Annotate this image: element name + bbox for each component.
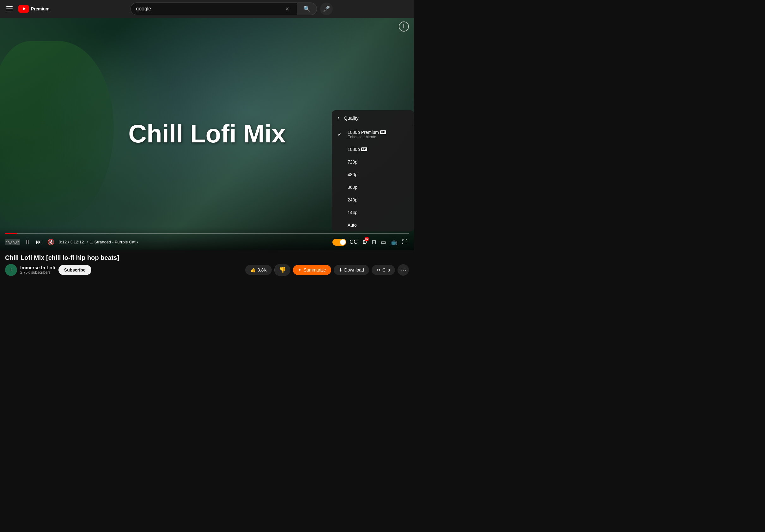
pause-button[interactable]: ⏸: [23, 237, 32, 247]
skip-button[interactable]: ⏭: [35, 237, 43, 247]
quality-label: 1080p Premium HD Enhanced bitrate: [348, 130, 386, 139]
summarize-button[interactable]: ✦ Summarize: [293, 265, 331, 275]
subscriber-count: 2.75K subscribers: [20, 270, 55, 275]
current-time: 0:12: [59, 240, 67, 244]
controls-left: ⏸ ⏭ 🔇 0:12 / 3:12:12 • 1. Stranded - Pur…: [5, 236, 329, 248]
svg-rect-2: [16, 240, 20, 245]
info-button[interactable]: i: [399, 21, 409, 32]
action-buttons: 👍 3.8K 👎 ✦ Summarize ⬇ Download ✂ Clip ⋯: [245, 264, 409, 276]
dislike-button[interactable]: 👎: [274, 264, 291, 276]
header: Premium × 🔍 🎤: [0, 0, 414, 18]
search-bar: × 🔍 🎤: [131, 3, 333, 15]
quality-label-240p: 240p: [348, 197, 358, 202]
cast-icon: 📺: [390, 239, 397, 246]
like-count: 3.8K: [258, 267, 267, 272]
quality-label-144p: 144p: [348, 210, 358, 215]
quality-option-360p[interactable]: 360p: [332, 181, 414, 193]
quality-option-240p[interactable]: 240p: [332, 193, 414, 206]
chapter-label[interactable]: • 1. Stranded - Purrple Cat ›: [87, 240, 138, 244]
clip-label: Clip: [382, 267, 390, 272]
controls-right: CC ⚙ HD ⊡ ▭ 📺 ⛶: [333, 237, 409, 247]
album-art-icon: [5, 236, 20, 248]
hd-badge: HD: [365, 237, 369, 241]
quality-menu: ‹ Quality ✓ 1080p Premium HD Enhanced bi…: [332, 110, 414, 231]
quality-label-720p: 720p: [348, 159, 358, 164]
youtube-icon: [18, 5, 29, 13]
quality-check-icon: ✓: [338, 132, 344, 137]
channel-name[interactable]: Immerse In Lofi: [20, 265, 55, 270]
video-main-title: Chill Lofi Mix [chill lo-fi hip hop beat…: [5, 254, 409, 261]
sparkle-icon: ✦: [298, 267, 302, 272]
search-icon: 🔍: [303, 5, 310, 12]
header-left: Premium: [5, 5, 50, 13]
progress-fill: [5, 233, 17, 234]
mic-icon: 🎤: [323, 5, 330, 12]
download-icon: ⬇: [339, 267, 343, 272]
clip-icon: ✂: [377, 267, 381, 272]
channel-avatar[interactable]: i: [5, 264, 17, 276]
time-display: 0:12 / 3:12:12: [59, 240, 84, 244]
youtube-logo[interactable]: Premium: [18, 5, 50, 13]
premium-label: Premium: [31, 6, 50, 11]
mute-button[interactable]: 🔇: [46, 237, 56, 247]
thumbup-icon: 👍: [250, 267, 256, 272]
pause-icon: ⏸: [25, 239, 30, 245]
cc-icon: CC: [350, 239, 358, 245]
like-button[interactable]: 👍 3.8K: [245, 265, 272, 275]
search-clear-button[interactable]: ×: [283, 4, 292, 14]
cc-button[interactable]: CC: [348, 237, 359, 247]
more-icon: ⋯: [400, 266, 406, 274]
quality-title: Quality: [344, 115, 359, 121]
quality-option-480p[interactable]: 480p: [332, 168, 414, 181]
skip-icon: ⏭: [36, 239, 42, 245]
below-video-section: Chill Lofi Mix [chill lo-fi hip hop beat…: [0, 250, 414, 280]
search-input[interactable]: [136, 6, 283, 12]
settings-wrapper: ⚙ HD: [361, 237, 369, 247]
mic-button[interactable]: 🎤: [320, 3, 333, 15]
search-input-wrapper: ×: [131, 3, 297, 15]
miniplayer-icon: ⊡: [372, 239, 377, 246]
svg-marker-0: [23, 7, 26, 10]
channel-details: Immerse In Lofi 2.75K subscribers: [20, 265, 55, 275]
channel-actions-row: i Immerse In Lofi 2.75K subscribers Subs…: [5, 264, 409, 276]
subscribe-button[interactable]: Subscribe: [58, 265, 91, 275]
quality-menu-header[interactable]: ‹ Quality: [332, 110, 414, 126]
autoplay-toggle[interactable]: [333, 239, 346, 246]
chapter-text: 1. Stranded - Purrple Cat: [90, 240, 136, 244]
theater-icon: ▭: [381, 239, 386, 246]
miniplayer-button[interactable]: ⊡: [370, 237, 378, 247]
cast-button[interactable]: 📺: [389, 237, 399, 247]
fullscreen-button[interactable]: ⛶: [401, 237, 409, 247]
download-button[interactable]: ⬇ Download: [334, 265, 369, 275]
quality-label-360p: 360p: [348, 185, 358, 190]
quality-option-1080p-premium[interactable]: ✓ 1080p Premium HD Enhanced bitrate: [332, 126, 414, 143]
quality-option-auto[interactable]: Auto: [332, 219, 414, 231]
fullscreen-icon: ⛶: [402, 239, 407, 245]
thumbdown-icon: 👎: [279, 266, 286, 273]
mute-icon: 🔇: [47, 239, 54, 246]
autoplay-thumb: [340, 239, 346, 245]
more-options-button[interactable]: ⋯: [397, 264, 409, 276]
hamburger-menu-button[interactable]: [5, 5, 14, 13]
quality-option-1080p[interactable]: 1080p HD: [332, 143, 414, 156]
download-label: Download: [345, 267, 364, 272]
quality-option-720p[interactable]: 720p: [332, 156, 414, 168]
search-button[interactable]: 🔍: [297, 3, 317, 15]
quality-back-icon: ‹: [338, 115, 340, 121]
total-time: 3:12:12: [70, 240, 84, 244]
quality-label-480p: 480p: [348, 172, 358, 177]
quality-label: 1080p HD: [348, 147, 367, 152]
channel-info: i Immerse In Lofi 2.75K subscribers Subs…: [5, 264, 242, 276]
controls-row: ⏸ ⏭ 🔇 0:12 / 3:12:12 • 1. Stranded - Pur…: [5, 236, 409, 248]
progress-bar[interactable]: [5, 233, 409, 234]
theater-button[interactable]: ▭: [380, 237, 387, 247]
video-player[interactable]: Chill Lofi Mix i ‹ Quality ✓ 1080p Premi…: [0, 18, 414, 250]
channel-avatar-initials: i: [10, 267, 12, 272]
quality-label-auto: Auto: [348, 223, 357, 228]
summarize-label: Summarize: [304, 267, 326, 272]
clip-button[interactable]: ✂ Clip: [372, 265, 395, 275]
info-icon: i: [403, 24, 404, 29]
quality-option-144p[interactable]: 144p: [332, 206, 414, 219]
